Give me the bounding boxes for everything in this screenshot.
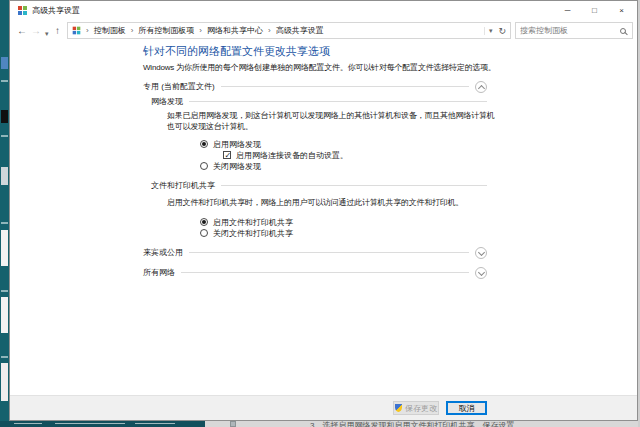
- background-fragment: [1, 230, 8, 266]
- divider: [221, 185, 487, 186]
- caption-buttons: ─ □ ×: [554, 1, 635, 20]
- background-fragment: [1, 356, 8, 358]
- advanced-sharing-settings-window: 高级共享设置 ─ □ × ← → ▾ ↑ › 控制面板 › 所有控制面板项 › …: [9, 0, 638, 421]
- background-fragment: [1, 363, 8, 401]
- background-text-fragment: [135, 423, 175, 424]
- address-location-icon: [73, 27, 81, 35]
- breadcrumb-control-panel[interactable]: 控制面板: [94, 25, 126, 36]
- background-fragment: [1, 167, 8, 185]
- breadcrumb-separator: ›: [268, 26, 271, 35]
- group-file-printer-sharing-title: 文件和打印机共享: [151, 180, 215, 191]
- page-title: 针对不同的网络配置文件更改共享选项: [143, 44, 330, 59]
- section-all-networks: 所有网络: [143, 266, 487, 279]
- uac-shield-icon: [395, 404, 402, 412]
- breadcrumb-separator: ›: [199, 26, 202, 35]
- breadcrumb-separator: ›: [86, 26, 89, 35]
- back-icon[interactable]: ←: [17, 24, 27, 37]
- background-fragment: [1, 135, 8, 137]
- footer-button-bar: 保存更改 取消: [10, 395, 637, 420]
- background-doc-icon: [230, 421, 236, 427]
- background-fragment: [1, 222, 8, 224]
- option-auto-setup-devices[interactable]: 启用网络连接设备的自动设置。: [223, 150, 348, 160]
- titlebar[interactable]: 高级共享设置 ─ □ ×: [10, 1, 637, 20]
- settings-content: 针对不同的网络配置文件更改共享选项 Windows 为你所使用的每个网络创建单独…: [10, 42, 637, 397]
- group-network-discovery-title: 网络发现: [151, 96, 183, 107]
- breadcrumb-advanced-sharing[interactable]: 高级共享设置: [276, 25, 324, 36]
- search-box: [515, 22, 633, 39]
- background-note-text: 3、选择启用网络发现和启用文件和打印机共享，保存设置。: [310, 421, 522, 427]
- section-guest-title: 来宾或公用: [143, 247, 183, 258]
- history-dropdown-icon[interactable]: ▾: [45, 27, 49, 40]
- breadcrumb-all-items[interactable]: 所有控制面板项: [138, 25, 194, 36]
- option-label[interactable]: 启用网络发现: [213, 139, 261, 150]
- breadcrumb-separator: ›: [131, 26, 134, 35]
- app-icon: [18, 6, 27, 15]
- option-label[interactable]: 关闭文件和打印机共享: [213, 228, 293, 239]
- radio-unchecked-icon[interactable]: [200, 162, 208, 170]
- background-fragment: [1, 297, 8, 333]
- radio-unchecked-icon[interactable]: [200, 229, 208, 237]
- background-text-fragment: [55, 423, 125, 424]
- save-changes-label: 保存更改: [405, 403, 437, 414]
- refresh-icon[interactable]: ↻: [496, 26, 510, 36]
- background-fragment: [1, 110, 8, 123]
- search-icon[interactable]: [620, 28, 626, 34]
- divider: [189, 101, 487, 102]
- background-text-fragment: [14, 423, 42, 424]
- address-dropdown-icon[interactable]: ▾: [484, 27, 497, 35]
- radio-checked-icon[interactable]: [200, 218, 208, 226]
- save-changes-button[interactable]: 保存更改: [393, 401, 439, 415]
- section-guest-or-public: 来宾或公用: [143, 246, 487, 259]
- breadcrumb-network-sharing-center[interactable]: 网络和共享中心: [207, 25, 263, 36]
- background-bottom-gray-band: 3、选择启用网络发现和启用文件和打印机共享，保存设置。: [205, 421, 640, 427]
- cancel-button[interactable]: 取消: [446, 401, 487, 415]
- option-label[interactable]: 启用网络连接设备的自动设置。: [236, 150, 348, 161]
- cancel-label: 取消: [459, 403, 475, 414]
- up-icon[interactable]: ↑: [55, 24, 60, 37]
- expand-chevron-down-icon[interactable]: [475, 247, 487, 259]
- expand-chevron-down-icon[interactable]: [475, 267, 487, 279]
- divider: [181, 272, 469, 273]
- navigation-toolbar: ← → ▾ ↑ › 控制面板 › 所有控制面板项 › 网络和共享中心 › 高级共…: [10, 20, 637, 42]
- group-file-printer-sharing: 文件和打印机共享: [151, 180, 487, 191]
- section-private-title: 专用 (当前配置文件): [143, 81, 215, 92]
- forward-icon[interactable]: →: [31, 24, 41, 37]
- option-label[interactable]: 启用文件和打印机共享: [213, 217, 293, 228]
- address-bar-controls: ▾ ↻: [484, 26, 510, 36]
- maximize-button[interactable]: □: [581, 1, 608, 20]
- background-fragment: [1, 57, 8, 69]
- window-title: 高级共享设置: [32, 5, 80, 16]
- address-bar[interactable]: › 控制面板 › 所有控制面板项 › 网络和共享中心 › 高级共享设置 ▾ ↻: [67, 22, 511, 39]
- background-fragment: [1, 80, 8, 82]
- section-all-networks-title: 所有网络: [143, 267, 175, 278]
- checkbox-checked-icon[interactable]: [223, 151, 231, 159]
- network-discovery-description: 如果已启用网络发现，则这台计算机可以发现网络上的其他计算机和设备，而且其他网络计…: [167, 110, 497, 132]
- option-disable-file-printer-sharing[interactable]: 关闭文件和打印机共享: [200, 228, 293, 238]
- background-bottom-teal-band: [0, 421, 205, 427]
- group-network-discovery: 网络发现: [151, 96, 487, 107]
- divider: [221, 86, 469, 87]
- option-disable-network-discovery[interactable]: 关闭网络发现: [200, 161, 261, 171]
- option-label[interactable]: 关闭网络发现: [213, 161, 261, 172]
- section-private: 专用 (当前配置文件): [143, 80, 487, 93]
- close-button[interactable]: ×: [608, 1, 635, 20]
- option-enable-file-printer-sharing[interactable]: 启用文件和打印机共享: [200, 217, 293, 227]
- divider: [189, 252, 469, 253]
- minimize-button[interactable]: ─: [554, 1, 581, 20]
- background-fragment: [1, 290, 8, 292]
- collapse-chevron-up-icon[interactable]: [475, 81, 487, 93]
- screen: 3、选择启用网络发现和启用文件和打印机共享，保存设置。 高级共享设置 ─ □ ×…: [0, 0, 640, 427]
- background-left-strip: [0, 0, 9, 427]
- file-printer-sharing-description: 启用文件和打印机共享时，网络上的用户可以访问通过此计算机共享的文件和打印机。: [167, 197, 497, 208]
- radio-checked-icon[interactable]: [200, 140, 208, 148]
- intro-text: Windows 为你所使用的每个网络创建单独的网络配置文件。你可以针对每个配置文…: [143, 62, 496, 73]
- search-input[interactable]: [516, 26, 620, 35]
- option-enable-network-discovery[interactable]: 启用网络发现: [200, 139, 261, 149]
